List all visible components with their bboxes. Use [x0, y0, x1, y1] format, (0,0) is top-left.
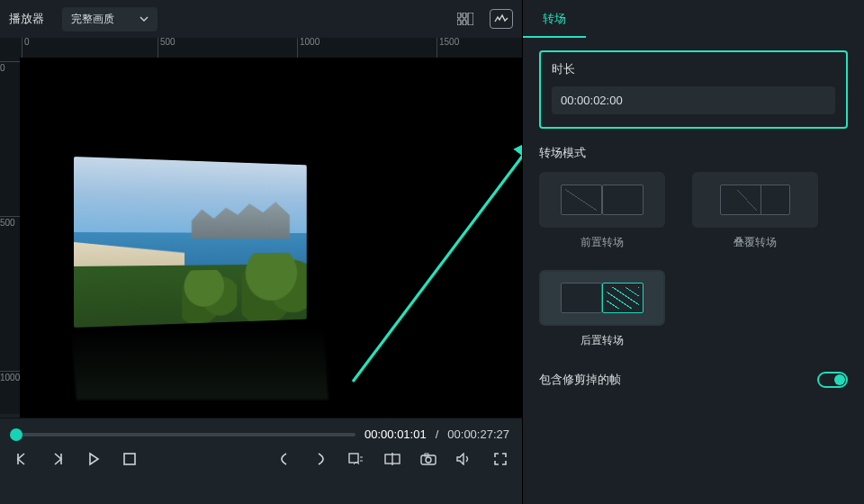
ruler-h-tick: 0	[22, 38, 30, 58]
duration-callout: 时长	[539, 50, 848, 129]
include-trimmed-row: 包含修剪掉的帧	[539, 372, 848, 388]
total-time: 00:00:27:27	[447, 428, 509, 441]
mark-in-button[interactable]	[275, 450, 293, 468]
svg-point-13	[426, 457, 431, 463]
transport-buttons	[13, 450, 509, 468]
mode-overlap-caption: 叠覆转场	[692, 235, 818, 250]
preview-topbar: 播放器 完整画质	[0, 0, 522, 38]
svg-line-5	[353, 142, 522, 382]
svg-rect-2	[457, 20, 461, 25]
player-label: 播放器	[9, 11, 44, 27]
timecode: 00:00:01:01 / 00:00:27:27	[364, 428, 509, 441]
play-button[interactable]	[85, 450, 103, 468]
transition-mode-group: 前置转场 叠覆转场 后置转场	[539, 172, 848, 348]
mode-pre[interactable]: 前置转场	[539, 172, 665, 250]
prev-frame-button[interactable]	[13, 450, 31, 468]
mode-pre-thumb	[539, 172, 665, 228]
ruler-horizontal[interactable]: 0 500 1000 1500	[0, 38, 522, 58]
preview-pane: 播放器 完整画质 0 500 1000 1500 0 500 1000	[0, 0, 522, 504]
mode-overlap-thumb	[692, 172, 818, 228]
ruler-v-tick: 0	[0, 61, 20, 73]
scrub-track[interactable]	[13, 433, 356, 436]
mode-post-thumb	[539, 270, 665, 326]
mode-post-caption: 后置转场	[539, 333, 665, 348]
tab-transition[interactable]: 转场	[523, 2, 586, 38]
transition-panel: 时长 转场模式 前置转场 叠覆转场	[523, 38, 864, 504]
volume-button[interactable]	[455, 450, 473, 468]
current-time: 00:00:01:01	[364, 428, 427, 441]
mark-out-button[interactable]	[311, 450, 329, 468]
grid-layout-icon[interactable]	[454, 9, 477, 29]
scrub-row: 00:00:01:01 / 00:00:27:27	[13, 428, 509, 441]
inspector-panel: 转场 时长 转场模式 前置转场 叠覆转场	[522, 0, 864, 504]
svg-rect-9	[349, 454, 358, 463]
svg-rect-1	[463, 13, 466, 18]
transport-controls: 00:00:01:01 / 00:00:27:27	[0, 418, 522, 504]
ruler-v-tick: 500	[0, 216, 20, 228]
preview-frame	[74, 157, 326, 328]
ruler-h-tick: 1500	[436, 38, 459, 58]
ruler-h-tick: 1000	[297, 38, 320, 58]
time-separator: /	[436, 428, 439, 441]
duration-label: 时长	[552, 61, 835, 77]
stop-button[interactable]	[121, 450, 139, 468]
annotation-arrow-icon	[335, 130, 522, 391]
mode-overlap[interactable]: 叠覆转场	[692, 172, 818, 250]
ruler-h-tick: 500	[158, 38, 176, 58]
svg-rect-3	[463, 20, 466, 25]
inspector-tabs: 转场	[523, 0, 864, 38]
scopes-icon[interactable]	[490, 9, 513, 29]
svg-rect-4	[468, 13, 473, 25]
ruler-v-tick: 1000	[0, 371, 20, 382]
compare-button[interactable]	[383, 450, 401, 468]
scrub-thumb[interactable]	[10, 428, 22, 441]
chevron-down-icon	[140, 14, 148, 23]
include-trimmed-label: 包含修剪掉的帧	[539, 372, 621, 388]
fullscreen-button[interactable]	[491, 450, 509, 468]
mode-post[interactable]: 后置转场	[539, 270, 665, 348]
preview-reflection	[71, 328, 328, 400]
quality-dropdown[interactable]: 完整画质	[62, 7, 158, 32]
mode-pre-caption: 前置转场	[539, 235, 665, 250]
preview-image	[74, 157, 307, 328]
quality-value: 完整画质	[71, 12, 114, 27]
transition-mode-label: 转场模式	[539, 145, 848, 161]
crop-button[interactable]	[347, 450, 365, 468]
svg-rect-8	[124, 454, 135, 464]
preview-canvas[interactable]	[20, 58, 522, 418]
duration-input[interactable]	[552, 86, 835, 114]
ruler-vertical[interactable]: 0 500 1000	[0, 58, 20, 414]
svg-rect-0	[457, 13, 461, 18]
include-trimmed-toggle[interactable]	[817, 372, 848, 388]
next-frame-button[interactable]	[49, 450, 67, 468]
snapshot-button[interactable]	[419, 450, 437, 468]
